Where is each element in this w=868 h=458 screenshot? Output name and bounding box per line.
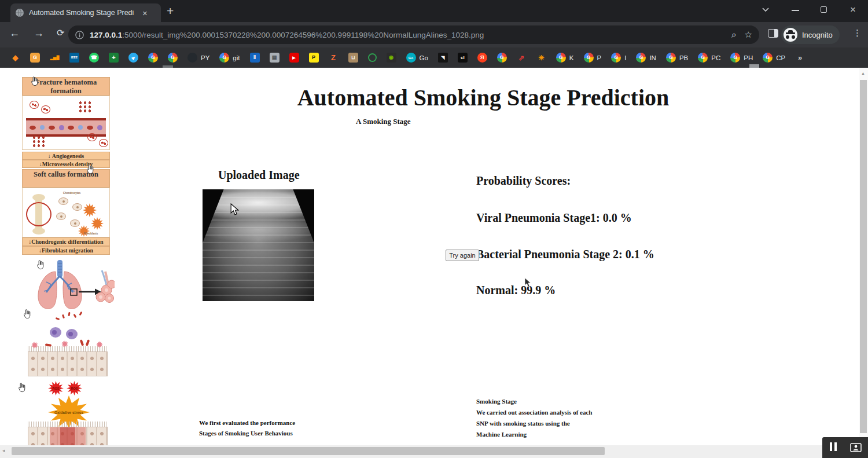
fibroblast-cell	[91, 217, 104, 230]
horizontal-scrollbar[interactable]: ◂	[0, 445, 868, 458]
back-button[interactable]: ←	[9, 27, 20, 39]
horizontal-scrollbar-thumb[interactable]	[12, 447, 605, 455]
bookmark-google[interactable]: GIN	[636, 53, 656, 63]
page-title: Automated Smoking Stage Prediction	[249, 84, 718, 111]
scroll-left-arrow-icon[interactable]: ◂	[2, 448, 5, 453]
reload-button[interactable]: ⟳	[57, 27, 64, 38]
bookmark-whatsapp[interactable]: ☎	[89, 53, 99, 63]
fibroblast-cell	[78, 225, 90, 237]
vertical-scrollbar[interactable]: ▲	[859, 68, 868, 445]
bookmark-github[interactable]: PY	[187, 53, 209, 63]
ros-label: ROS	[71, 387, 78, 390]
bookmark-google[interactable]: GPB	[666, 53, 688, 63]
bookmark-nvidia[interactable]: ◉	[387, 53, 396, 63]
media-control-overlay	[822, 437, 868, 458]
bookmark-box[interactable]: G	[30, 53, 40, 63]
bookmark-star-icon[interactable]: ☆	[745, 30, 752, 40]
browser-menu-icon[interactable]: ⋮	[853, 28, 862, 38]
bookmark-overflow[interactable]: »	[795, 53, 805, 63]
bookmark-youtube[interactable]: ▶	[289, 53, 299, 63]
tab-search-chevron-icon[interactable]	[762, 7, 770, 12]
scroll-up-arrow-icon[interactable]: ▲	[861, 71, 865, 76]
bookmark-telegram[interactable]: ▶	[128, 53, 138, 63]
google-icon: G	[763, 53, 773, 63]
zoom-icon[interactable]: ⌕	[731, 30, 736, 40]
bookmark-google[interactable]: G	[148, 53, 158, 63]
analytics-icon: ▂▅█	[50, 53, 60, 63]
bookmark-google[interactable]: GI	[611, 53, 626, 63]
bookmark-google[interactable]: Ggit	[219, 53, 240, 63]
bird-icon: ◥	[438, 53, 448, 63]
bookmark-label: PC	[711, 54, 720, 61]
box-icon: G	[30, 53, 40, 63]
bookmark-label: K	[569, 54, 574, 61]
bookmark-ya-disk[interactable]: ⇗	[517, 53, 527, 63]
card-soft-callus-body: Chondrocytes Fibroblasts	[22, 188, 110, 237]
bookmark-z-orange[interactable]: Z	[329, 53, 339, 63]
pause-button[interactable]	[829, 442, 838, 453]
cilia	[28, 346, 108, 351]
bookmark-google[interactable]: GP	[584, 53, 602, 63]
card-soft-callus-title: Soft callus formation	[22, 169, 110, 188]
bookmark-label: I	[624, 54, 626, 61]
card-fracture-hematoma-title: Fracture hematoma formation	[22, 77, 110, 96]
blood-cell	[87, 133, 97, 141]
window-close-button[interactable]: ×	[850, 4, 856, 16]
probability-scores-heading: Probability Scores:	[476, 174, 571, 188]
bookmark-google[interactable]: GK	[556, 53, 574, 63]
window-minimize-button[interactable]	[792, 10, 799, 11]
ros-burst: ROS	[67, 381, 82, 395]
bookmark-ieee[interactable]: IEEE	[69, 53, 79, 63]
page-content: Automated Smoking Stage Prediction A Smo…	[0, 68, 868, 458]
bookmark-google[interactable]: GCP	[763, 53, 785, 63]
google-icon: G	[584, 53, 594, 63]
tab-close-icon[interactable]: ×	[142, 8, 148, 18]
browser-tab[interactable]: Automated Smoking Stage Predi ×	[10, 3, 161, 22]
yandex-icon: Я	[477, 53, 487, 63]
picture-in-picture-button[interactable]	[850, 443, 862, 452]
bookmark-google[interactable]: G	[497, 53, 507, 63]
vertical-scrollbar-thumb[interactable]	[860, 80, 867, 433]
bookmark-p-yellow[interactable]: P	[309, 53, 319, 63]
new-tab-button[interactable]: +	[167, 5, 174, 17]
site-info-icon[interactable]	[75, 31, 84, 39]
epithelial-cells	[28, 351, 108, 376]
firefox-icon: ◆	[10, 53, 20, 63]
bookmark-bird[interactable]: ◥	[438, 53, 448, 63]
bookmark-google[interactable]: GPC	[698, 53, 720, 63]
forward-button[interactable]: →	[34, 27, 44, 39]
bookmark-label: IN	[649, 54, 656, 61]
bookmark-spider[interactable]: ✳	[536, 53, 546, 63]
bookmark-label: PB	[679, 54, 688, 61]
oxidative-stress-label: Oxidative stress	[54, 411, 83, 415]
footnote-right-line: SNP with smoking status using the	[476, 418, 592, 429]
window-maximize-button[interactable]	[821, 6, 827, 13]
bookmark-media[interactable]: ‖	[250, 53, 260, 63]
fibroblast-cell	[83, 203, 97, 217]
bookmark-go[interactable]: GoGo	[406, 53, 428, 63]
address-bar[interactable]: 127.0.0.1:5000/result_img%200.0001537022…	[68, 25, 759, 44]
google-icon: G	[556, 53, 566, 63]
bookmark-basket[interactable]: ⊔	[348, 53, 358, 63]
bookmark-keyboard[interactable]: ▤	[270, 53, 279, 63]
footnote-left-line: Stages of Smoking User Behavious	[199, 428, 295, 438]
try-again-button[interactable]: Try again	[446, 250, 479, 261]
epithelium-band-top	[28, 346, 108, 376]
bookmark-ring[interactable]	[368, 53, 377, 62]
uploaded-ultrasound-image	[203, 189, 314, 301]
z-orange-icon: Z	[329, 53, 339, 63]
cilia	[28, 422, 108, 427]
footnote-right-line: We carried out association analysis of e…	[476, 407, 592, 418]
bookmarks-bar: ◆G▂▅█IEEE☎+▶GGPYGgit‖▤▶PZ⊔◉GoGo◥clЯG⇗✳GK…	[0, 47, 868, 68]
bookmark-firefox[interactable]: ◆	[10, 53, 20, 63]
footnote-right-line: Machine Learning	[476, 429, 592, 440]
side-panel-icon[interactable]	[768, 29, 778, 38]
bookmark-google[interactable]: G	[168, 53, 178, 63]
bookmark-sheets[interactable]: +	[109, 53, 119, 63]
chondrogenic-label: ↓Chondrogenic differentiation	[22, 237, 110, 246]
bookmark-yandex[interactable]: Я	[477, 53, 487, 63]
bookmark-analytics[interactable]: ▂▅█	[50, 53, 60, 63]
bookmark-cl[interactable]: cl	[458, 53, 468, 63]
bookmark-google[interactable]: GPH	[730, 53, 753, 63]
bookmark-label: CP	[776, 54, 785, 61]
